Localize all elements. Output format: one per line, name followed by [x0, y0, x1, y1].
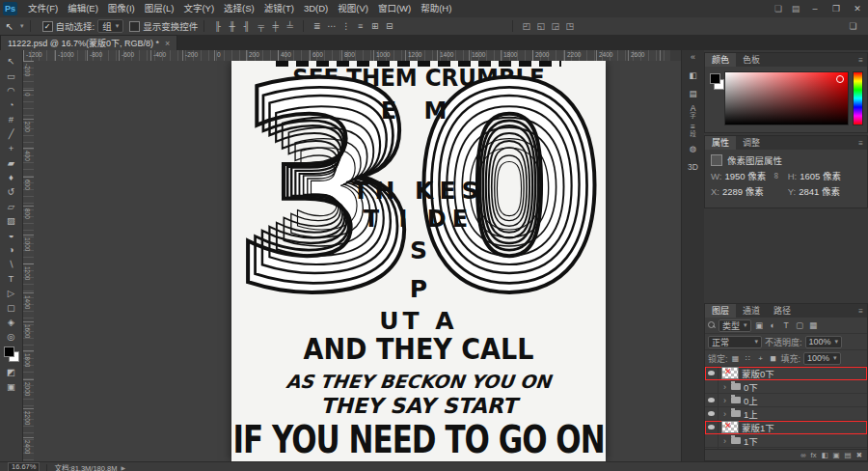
hand-tool[interactable]: ◈: [1, 315, 22, 329]
tab-properties[interactable]: 属性: [705, 136, 736, 150]
3d-mode-slide-icon[interactable]: ◳: [562, 21, 577, 31]
blur-tool[interactable]: ◒: [1, 228, 22, 242]
visibility-toggle[interactable]: [705, 421, 719, 433]
panel-menu-icon[interactable]: ≡: [858, 56, 863, 65]
tab-channels[interactable]: 通道: [736, 304, 767, 318]
eyedropper-tool[interactable]: ╱: [1, 126, 22, 141]
auto-select-checkbox[interactable]: ✓: [42, 21, 53, 32]
workspace-icon[interactable]: ▤: [787, 4, 804, 14]
layer-name[interactable]: 0下: [744, 380, 758, 394]
fill-value[interactable]: 100% ▾: [803, 352, 841, 365]
screen-mode-button[interactable]: ▣: [1, 379, 22, 394]
height-value[interactable]: 1605 像素: [800, 169, 841, 182]
move-tool-preset-icon[interactable]: ↖: [0, 21, 19, 32]
new-adjustment-icon[interactable]: ▣: [833, 451, 840, 459]
layer-mask-thumbnail[interactable]: ✕: [721, 367, 739, 379]
collapse-panels-icon[interactable]: «: [691, 52, 695, 62]
distribute-bottom-icon[interactable]: ⋮: [339, 21, 353, 31]
layer-name[interactable]: 0上: [744, 394, 758, 407]
quick-selection-tool[interactable]: ◔: [1, 97, 22, 112]
filter-pixel-icon[interactable]: ▣: [754, 320, 765, 330]
adjustments-panel-icon[interactable]: ◍: [683, 139, 704, 157]
tab-layers[interactable]: 图层: [705, 304, 736, 318]
healing-brush-tool[interactable]: +: [1, 141, 22, 155]
eraser-tool[interactable]: ▱: [1, 199, 22, 213]
show-transform-checkbox[interactable]: ✓: [129, 21, 140, 32]
y-value[interactable]: 2841 像素: [799, 184, 840, 198]
panel-menu-icon[interactable]: ≡: [858, 139, 863, 148]
new-group-icon[interactable]: ▤: [845, 451, 852, 459]
menu-3d[interactable]: 3D(D): [299, 0, 333, 17]
lock-pixels-icon[interactable]: ∷: [744, 354, 753, 363]
path-selection-tool[interactable]: ▷: [1, 286, 22, 300]
menu-window[interactable]: 窗口(W): [373, 0, 416, 17]
layer-row-group-1-up[interactable]: › 1上: [705, 407, 867, 421]
layer-name[interactable]: 蒙版0下: [742, 367, 774, 380]
tab-swatches[interactable]: 色板: [736, 53, 767, 67]
layer-row-group-0-up[interactable]: › 0上: [705, 394, 867, 407]
quick-mask-button[interactable]: ◩: [1, 365, 22, 379]
dodge-tool[interactable]: ◑: [1, 242, 22, 257]
tool-preset-caret-icon[interactable]: ▾: [20, 22, 24, 30]
add-mask-icon[interactable]: ◧: [821, 451, 827, 459]
history-brush-tool[interactable]: ↺: [1, 184, 22, 199]
type-tool[interactable]: T: [1, 271, 22, 286]
auto-select-dropdown[interactable]: 组 ▾: [97, 19, 123, 33]
workspace-switcher-icon[interactable]: ❏: [846, 21, 860, 31]
align-right-icon[interactable]: ╢: [239, 21, 254, 31]
opacity-value[interactable]: 100% ▾: [805, 336, 843, 348]
menu-image[interactable]: 图像(I): [103, 0, 140, 17]
color-picker-field[interactable]: [724, 71, 849, 125]
3d-mode-roll-icon[interactable]: ◱: [533, 21, 548, 31]
color-fg-bg-swatches[interactable]: [709, 71, 724, 124]
status-options-arrow-icon[interactable]: ▶: [121, 464, 125, 471]
minimize-button[interactable]: –: [804, 0, 826, 17]
layer-row-mask-1-down[interactable]: ✕ 蒙版1下: [705, 421, 867, 434]
tab-color[interactable]: 颜色: [705, 53, 736, 67]
crop-tool[interactable]: #: [1, 112, 22, 126]
distribute-right-icon[interactable]: ⊟: [382, 21, 396, 31]
filter-shape-icon[interactable]: ▢: [795, 320, 805, 330]
layer-name[interactable]: 蒙版1下: [742, 421, 774, 434]
chevron-right-icon[interactable]: ›: [721, 436, 728, 446]
x-value[interactable]: 2289 像素: [722, 184, 764, 198]
swatches-panel-icon[interactable]: ◧: [683, 66, 704, 84]
tab-adjustments[interactable]: 调整: [736, 136, 767, 150]
distribute-top-icon[interactable]: ≣: [310, 21, 324, 31]
maximize-button[interactable]: ❐: [826, 0, 847, 17]
align-middle-icon[interactable]: ╪: [268, 21, 283, 31]
blend-mode-dropdown[interactable]: 正常 ▾: [708, 336, 762, 348]
zoom-tool[interactable]: ◎: [1, 329, 22, 344]
paragraph-panel-icon[interactable]: ≡段: [683, 121, 704, 139]
link-layers-icon[interactable]: ∞: [800, 451, 805, 459]
chevron-right-icon[interactable]: ›: [721, 409, 728, 419]
layer-style-icon[interactable]: fx: [811, 451, 817, 459]
visibility-toggle[interactable]: [705, 434, 719, 447]
tab-close-icon[interactable]: ×: [165, 39, 170, 48]
menu-help[interactable]: 帮助(H): [416, 0, 456, 17]
foreground-color-swatch[interactable]: [4, 346, 14, 357]
layer-row-mask-0-down[interactable]: ✕ 蒙版0下: [705, 367, 867, 380]
layer-filter-dropdown[interactable]: 类型 ▾: [719, 319, 751, 332]
shape-tool[interactable]: ▢: [1, 300, 22, 315]
distribute-left-icon[interactable]: ≡: [353, 21, 367, 31]
lock-position-icon[interactable]: +: [756, 354, 766, 363]
foreground-background-swatches[interactable]: [4, 346, 19, 362]
foreground-color-chip[interactable]: [710, 73, 720, 84]
layer-mask-thumbnail[interactable]: ✕: [721, 421, 739, 433]
panel-menu-icon[interactable]: ≡: [858, 307, 863, 316]
chevron-right-icon[interactable]: ›: [721, 396, 728, 405]
gradient-tool[interactable]: ▨: [1, 213, 22, 228]
link-dimensions-icon[interactable]: ∞: [772, 173, 781, 179]
tab-paths[interactable]: 路径: [767, 304, 798, 318]
width-value[interactable]: 1950 像素: [724, 169, 766, 182]
filter-smart-icon[interactable]: ▦: [808, 320, 819, 330]
3d-mode-drag-icon[interactable]: ◲: [548, 21, 562, 31]
filter-type-icon[interactable]: T: [781, 320, 792, 330]
align-center-h-icon[interactable]: ╫: [225, 21, 239, 31]
menu-type[interactable]: 文字(Y): [178, 0, 219, 17]
clone-stamp-tool[interactable]: ♦: [1, 170, 22, 184]
hue-slider[interactable]: [853, 71, 863, 125]
layer-row-group-1-down[interactable]: › 1下: [705, 434, 867, 448]
document-tab[interactable]: 11222.psd @ 16.7%(蒙版0下, RGB/8) * ×: [0, 35, 177, 50]
